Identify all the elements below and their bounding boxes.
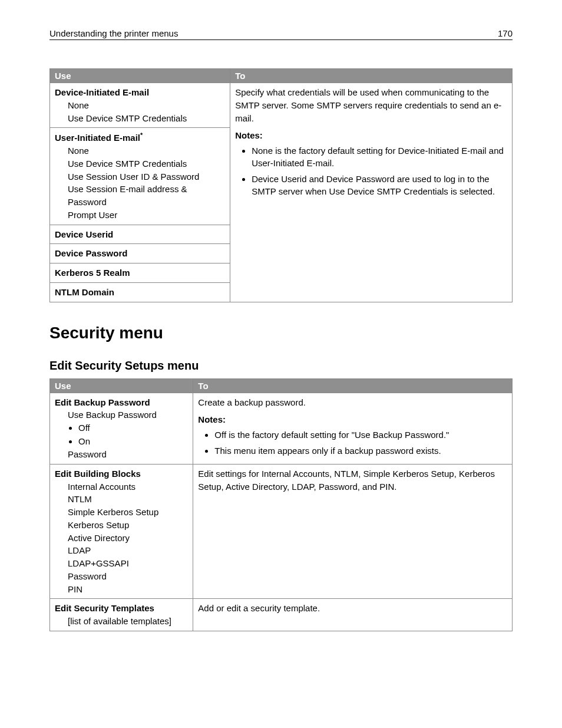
opt: Use Device SMTP Credentials (55, 157, 225, 170)
sub-item: Password (55, 448, 188, 461)
col-use: Use (50, 378, 193, 393)
to-cell: Create a backup password. Notes: Off is … (193, 393, 513, 464)
opt: Use Session User ID & Password (55, 170, 225, 183)
note-item: Off is the factory default setting for "… (214, 429, 507, 441)
user-initiated-title: User-Initiated E-mail (55, 133, 140, 143)
notes-list: Off is the factory default setting for "… (198, 429, 507, 457)
row-title: Edit Security Templates (55, 602, 188, 615)
note-item: This menu item appears only if a backup … (214, 444, 507, 457)
row-device-userid: Device Userid (50, 225, 230, 244)
row-kerberos-realm: Kerberos 5 Realm (50, 263, 230, 283)
note-item: None is the factory default setting for … (252, 144, 507, 169)
row-title: Edit Backup Password (55, 396, 188, 409)
user-initiated-cell: User-Initiated E-mail* None Use Device S… (50, 128, 230, 225)
to-cell: Edit settings for Internal Accounts, NTL… (193, 464, 513, 599)
to-paragraph: Create a backup password. (198, 396, 507, 409)
section-heading: Security menu (49, 324, 513, 342)
opt: Kerberos Setup (55, 519, 188, 532)
to-paragraph: Specify what credentials will be used wh… (235, 86, 507, 124)
note-item: Device Userid and Device Password are us… (252, 173, 507, 197)
opt: LDAP+GSSAPI (55, 557, 188, 570)
notes-label: Notes: (198, 413, 507, 426)
opt: PIN (55, 583, 188, 596)
opt: Use Device SMTP Credentials (55, 112, 225, 125)
device-initiated-title: Device-Initiated E-mail (55, 86, 225, 99)
opt-off: Off (78, 421, 188, 435)
notes-list: None is the factory default setting for … (235, 144, 507, 197)
subsection-heading: Edit Security Setups menu (49, 359, 513, 373)
edit-security-templates-cell: Edit Security Templates [list of availab… (50, 599, 193, 631)
edit-building-blocks-cell: Edit Building Blocks Internal Accounts N… (50, 464, 193, 599)
asterisk-icon: * (140, 131, 143, 139)
smtp-credentials-table: Use To Device-Initiated E-mail None Use … (49, 68, 513, 302)
opt: None (55, 144, 225, 157)
opt: Simple Kerberos Setup (55, 506, 188, 519)
opt: None (55, 99, 225, 112)
opt-on: On (78, 435, 188, 449)
opt: LDAP (55, 544, 188, 557)
opt: Active Directory (55, 532, 188, 545)
to-cell: Specify what credentials will be used wh… (230, 83, 513, 302)
page-number: 170 (498, 28, 513, 38)
edit-backup-password-cell: Edit Backup Password Use Backup Password… (50, 393, 193, 464)
col-use: Use (50, 69, 230, 83)
opt: NTLM (55, 493, 188, 506)
sub-item: [list of available templates] (55, 615, 188, 628)
inner-options: Off On (55, 421, 188, 448)
security-setups-table: Use To Edit Backup Password Use Backup P… (49, 378, 513, 631)
page-header: Understanding the printer menus 170 (49, 28, 513, 40)
opt: Use Session E-mail address & Password (55, 183, 225, 209)
col-to: To (193, 378, 513, 393)
opt: Internal Accounts (55, 480, 188, 493)
row-ntlm-domain: NTLM Domain (50, 282, 230, 302)
header-title: Understanding the printer menus (49, 28, 178, 38)
row-device-password: Device Password (50, 244, 230, 263)
opt: Prompt User (55, 209, 225, 222)
to-cell: Add or edit a security template. (193, 599, 513, 631)
opt: Password (55, 570, 188, 583)
row-title: Edit Building Blocks (55, 467, 188, 480)
device-initiated-cell: Device-Initiated E-mail None Use Device … (50, 83, 230, 128)
notes-label: Notes: (235, 129, 507, 142)
col-to: To (230, 69, 513, 83)
sub-item: Use Backup Password (55, 409, 188, 421)
